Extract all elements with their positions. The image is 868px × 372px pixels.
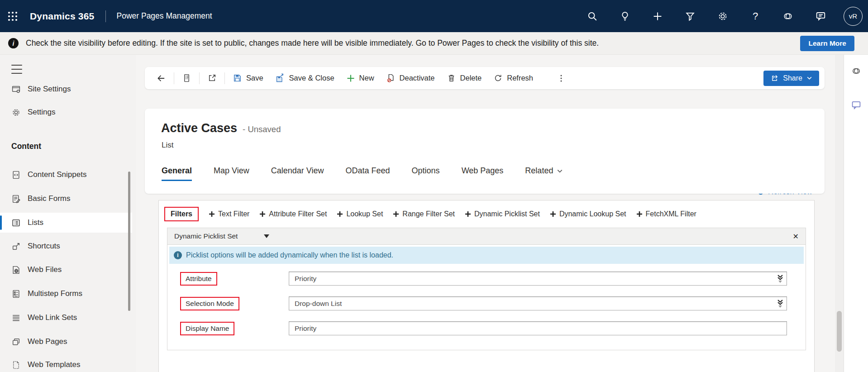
- save-button[interactable]: Save: [227, 69, 269, 87]
- new-plus-icon: [346, 74, 355, 83]
- main-scrollbar-track[interactable]: [835, 55, 844, 372]
- toolbar-divider: [199, 72, 200, 84]
- add-dynamic-picklist-set-button[interactable]: Dynamic Picklist Set: [465, 210, 540, 218]
- settings-button[interactable]: [711, 0, 734, 32]
- dropdown-arrow-icon: [775, 297, 785, 310]
- copilot-pane-button[interactable]: [850, 65, 863, 77]
- tab-web-pages[interactable]: Web Pages: [462, 166, 504, 181]
- delete-button[interactable]: Delete: [441, 69, 488, 87]
- filter-button[interactable]: [679, 0, 701, 32]
- tab-calendar-view[interactable]: Calendar View: [271, 166, 324, 181]
- display-name-row: Display Name Priority: [180, 321, 787, 335]
- caret-down-icon[interactable]: [264, 234, 269, 238]
- collapse-sitemap-button[interactable]: [11, 65, 22, 74]
- sidebar-item-web-pages[interactable]: Web Pages: [0, 332, 132, 352]
- learn-more-button[interactable]: Learn More: [800, 36, 854, 51]
- shortcuts-icon: [11, 242, 21, 251]
- basic-forms-icon: [11, 194, 21, 204]
- chat-pane-button[interactable]: [850, 99, 863, 111]
- copilot-button[interactable]: [777, 0, 799, 32]
- sidebar-item-basic-forms[interactable]: Basic Forms: [0, 189, 132, 209]
- share-button[interactable]: Share: [763, 71, 819, 86]
- sidebar-item-web-templates[interactable]: Web Templates: [0, 355, 132, 372]
- sidebar-item-lists[interactable]: Lists: [0, 213, 132, 233]
- record-entity-type: List: [162, 141, 173, 150]
- plus-icon: [465, 211, 471, 217]
- sidebar-item-multistep-forms[interactable]: Multistep Forms: [0, 284, 132, 304]
- search-button[interactable]: [581, 0, 604, 32]
- show-form-pane-button[interactable]: [176, 69, 197, 87]
- filters-tab[interactable]: Filters: [164, 207, 199, 221]
- popout-button[interactable]: [201, 69, 223, 87]
- attribute-value: Priority: [295, 275, 316, 283]
- sidebar-item-content-snippets[interactable]: Content Snippets: [0, 165, 132, 185]
- add-filter-label: Attribute Filter Set: [269, 210, 327, 218]
- form-pane-icon: [182, 73, 191, 83]
- funnel-icon: [685, 11, 696, 22]
- dynamic-picklist-set-section: Dynamic Picklist Set ✕ i Picklist option…: [167, 228, 806, 350]
- add-fetchxml-filter-button[interactable]: FetchXML Filter: [636, 210, 696, 218]
- sidebar-item-web-files[interactable]: Web Files: [0, 260, 132, 280]
- filter-tabs-row: Filters Text Filter Attribute Filter Set…: [159, 200, 814, 227]
- waffle-menu-button[interactable]: [0, 0, 25, 32]
- popout-icon: [207, 73, 217, 83]
- close-section-button[interactable]: ✕: [793, 232, 799, 241]
- selection-mode-label: Selection Mode: [180, 297, 239, 310]
- tab-odata-feed[interactable]: OData Feed: [346, 166, 390, 181]
- back-button[interactable]: [150, 69, 172, 87]
- add-attribute-filter-set-button[interactable]: Attribute Filter Set: [259, 210, 327, 218]
- sidebar-item-label: Multistep Forms: [28, 289, 82, 298]
- add-filter-label: Dynamic Picklist Set: [474, 210, 540, 218]
- add-lookup-set-button[interactable]: Lookup Set: [337, 210, 383, 218]
- tab-related-label: Related: [525, 166, 553, 176]
- top-navbar: Dynamics 365 Power Pages Management ?: [0, 0, 868, 32]
- tab-map-view[interactable]: Map View: [214, 166, 249, 181]
- deactivate-button[interactable]: Deactivate: [380, 69, 441, 87]
- add-filter-label: Dynamic Lookup Set: [559, 210, 626, 218]
- quick-create-button[interactable]: [646, 0, 669, 32]
- tab-options[interactable]: Options: [412, 166, 440, 181]
- delete-label: Delete: [460, 74, 482, 82]
- topbar-actions: ? vR: [581, 0, 868, 32]
- more-commands-button[interactable]: [551, 69, 572, 87]
- plus-icon: [393, 211, 399, 217]
- display-name-value: Priority: [295, 324, 316, 333]
- sidebar-item-settings[interactable]: Settings: [0, 102, 132, 122]
- sidebar-scrollbar-thumb[interactable]: [128, 172, 130, 311]
- add-filter-label: Lookup Set: [346, 210, 383, 218]
- sidebar-section-content: Content: [11, 142, 120, 151]
- main-scrollbar-thumb[interactable]: [837, 311, 842, 352]
- plus-icon: [636, 211, 643, 217]
- attribute-select[interactable]: Priority: [289, 272, 787, 286]
- display-name-input[interactable]: Priority: [289, 321, 787, 335]
- deactivate-icon: [386, 73, 396, 83]
- attribute-label: Attribute: [180, 272, 217, 286]
- avatar[interactable]: vR: [844, 7, 863, 26]
- insights-button[interactable]: [614, 0, 636, 32]
- sidebar-item-shortcuts[interactable]: Shortcuts: [0, 236, 132, 256]
- feedback-button[interactable]: [809, 0, 832, 32]
- save-and-close-button[interactable]: Save & Close: [269, 69, 340, 87]
- help-button[interactable]: ?: [744, 0, 767, 32]
- app-name[interactable]: Power Pages Management: [117, 11, 212, 21]
- info-icon: i: [174, 251, 182, 259]
- selection-mode-select[interactable]: Drop-down List: [289, 296, 787, 310]
- lists-icon: [11, 218, 21, 228]
- section-title[interactable]: Dynamic Picklist Set: [174, 232, 238, 240]
- sidebar-item-site-settings[interactable]: Site Settings: [0, 79, 132, 99]
- tab-related[interactable]: Related: [525, 166, 563, 181]
- picklist-info-bar: i Picklist options will be added dynamic…: [169, 247, 804, 264]
- banner-message: Check the site visibility before editing…: [26, 38, 599, 48]
- add-dynamic-lookup-set-button[interactable]: Dynamic Lookup Set: [550, 210, 626, 218]
- save-close-icon: [275, 73, 285, 83]
- add-text-filter-button[interactable]: Text Filter: [209, 210, 249, 218]
- tab-general[interactable]: General: [162, 166, 192, 181]
- refresh-button[interactable]: Refresh: [487, 69, 539, 87]
- lightbulb-icon: [620, 11, 630, 22]
- new-button[interactable]: New: [340, 69, 380, 87]
- brand-title[interactable]: Dynamics 365: [30, 11, 95, 22]
- sidebar-item-label: Lists: [28, 218, 43, 227]
- add-range-filter-set-button[interactable]: Range Filter Set: [393, 210, 455, 218]
- sidebar-item-web-link-sets[interactable]: Web Link Sets: [0, 308, 132, 328]
- back-arrow-icon: [156, 73, 166, 83]
